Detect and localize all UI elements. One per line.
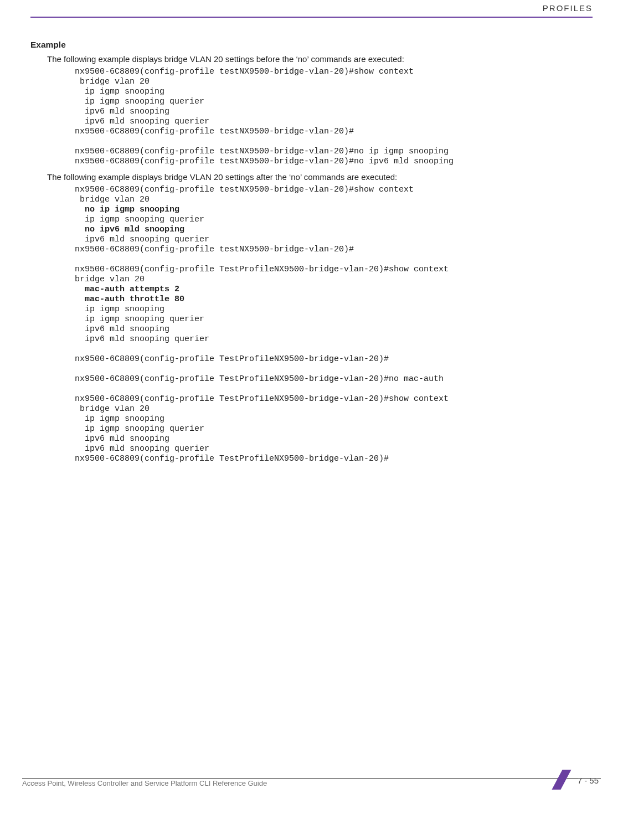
code-block-2d: ipv6 mld snooping querier nx9500-6C8809(… bbox=[30, 235, 593, 255]
footer-page-number: 7 - 55 bbox=[578, 776, 599, 785]
footer-rule bbox=[22, 778, 601, 779]
code-block-2c: ip igmp snooping querier bbox=[30, 215, 593, 225]
code-block-3a: nx9500-6C8809(config-profile TestProfile… bbox=[30, 265, 593, 285]
intro-after-text: The following example displays bridge VL… bbox=[30, 171, 593, 183]
code-block-3c: ip igmp snooping ip igmp snooping querie… bbox=[30, 305, 593, 464]
footer-left-text: Access Point, Wireless Controller and Se… bbox=[22, 779, 267, 787]
header-section-label: PROFILES bbox=[543, 3, 593, 13]
code-block-1: nx9500-6C8809(config-profile testNX9500-… bbox=[30, 67, 593, 167]
code-block-2a: nx9500-6C8809(config-profile testNX9500-… bbox=[30, 185, 593, 205]
header-rule bbox=[30, 17, 593, 18]
code-block-2-bold-2: no ipv6 mld snooping bbox=[30, 225, 593, 235]
footer-slash-icon bbox=[548, 771, 571, 790]
code-block-2-bold-1: no ip igmp snooping bbox=[30, 205, 593, 215]
code-block-3-bold-1: mac-auth attempts 2 bbox=[30, 285, 593, 295]
footer-page-mark: 7 - 55 bbox=[548, 771, 599, 790]
example-heading: Example bbox=[30, 40, 593, 50]
intro-before-text: The following example displays bridge VL… bbox=[30, 53, 593, 65]
code-block-3-bold-2: mac-auth throttle 80 bbox=[30, 295, 593, 305]
